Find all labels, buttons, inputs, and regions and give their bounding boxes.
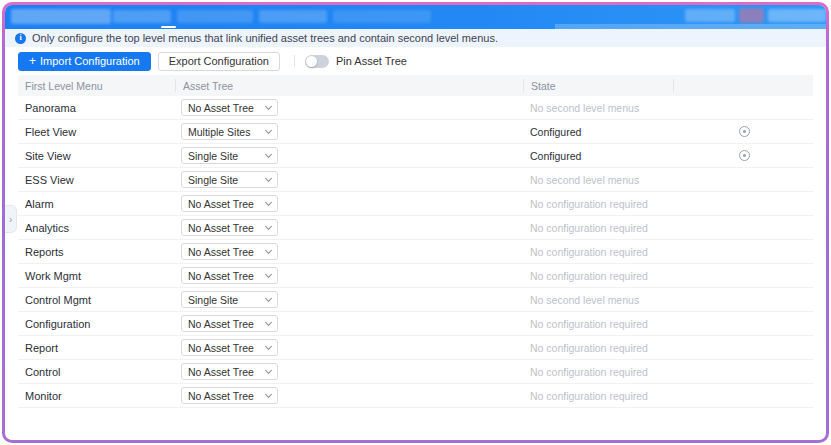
redacted-nav-item[interactable] — [11, 9, 111, 24]
chevron-down-icon — [265, 270, 272, 277]
redacted-nav-item[interactable] — [113, 10, 171, 23]
redacted-nav-item[interactable] — [177, 10, 253, 23]
chevron-down-icon — [265, 246, 272, 253]
asset-tree-value: Single Site — [188, 174, 238, 186]
configure-target-icon[interactable] — [739, 150, 750, 161]
chevron-down-icon — [265, 390, 272, 397]
menu-cell: Analytics — [18, 222, 175, 234]
table-row: Control Mgmt Single Site No second level… — [18, 288, 813, 312]
menu-config-table: First Level Menu Asset Tree State Panora… — [18, 75, 813, 408]
asset-tree-value: No Asset Tree — [188, 390, 254, 402]
asset-tree-value: No Asset Tree — [188, 318, 254, 330]
state-cell: No configuration required — [523, 318, 673, 330]
asset-tree-cell: Single Site — [175, 147, 523, 164]
asset-tree-value: Single Site — [188, 150, 238, 162]
state-cell: No configuration required — [523, 342, 673, 354]
state-cell: No configuration required — [523, 222, 673, 234]
table-row: Work Mgmt No Asset Tree No configuration… — [18, 264, 813, 288]
asset-tree-value: No Asset Tree — [188, 246, 254, 258]
table-row: Panorama No Asset Tree No second level m… — [18, 96, 813, 120]
menu-cell: Alarm — [18, 198, 175, 210]
redacted-avatar[interactable] — [739, 8, 764, 23]
table-row: ESS View Single Site No second level men… — [18, 168, 813, 192]
table-header: First Level Menu Asset Tree State — [18, 75, 813, 96]
table-row: Configuration No Asset Tree No configura… — [18, 312, 813, 336]
import-configuration-button[interactable]: + Import Configuration — [18, 52, 151, 71]
asset-tree-select[interactable]: Multiple Sites — [181, 123, 278, 140]
chevron-down-icon — [265, 318, 272, 325]
state-cell: No second level menus — [523, 102, 673, 114]
col-header-actions — [673, 79, 813, 92]
asset-tree-value: No Asset Tree — [188, 366, 254, 378]
asset-tree-select[interactable]: No Asset Tree — [181, 315, 278, 332]
asset-tree-select[interactable]: No Asset Tree — [181, 339, 278, 356]
asset-tree-cell: Single Site — [175, 171, 523, 188]
state-cell: No configuration required — [523, 270, 673, 282]
pin-asset-tree-toggle[interactable] — [305, 55, 329, 68]
asset-tree-select[interactable]: No Asset Tree — [181, 99, 278, 116]
asset-tree-select[interactable]: No Asset Tree — [181, 219, 278, 236]
info-banner: i Only configure the top level menus tha… — [5, 29, 826, 47]
asset-tree-select[interactable]: Single Site — [181, 147, 278, 164]
asset-tree-select[interactable]: No Asset Tree — [181, 243, 278, 260]
menu-cell: Monitor — [18, 390, 175, 402]
asset-tree-value: No Asset Tree — [188, 198, 254, 210]
table-body: Panorama No Asset Tree No second level m… — [18, 96, 813, 408]
menu-cell: Configuration — [18, 318, 175, 330]
asset-tree-select[interactable]: No Asset Tree — [181, 387, 278, 404]
active-tab-indicator — [161, 26, 176, 29]
asset-tree-cell: Multiple Sites — [175, 123, 523, 140]
state-cell: No second level menus — [523, 174, 673, 186]
col-header-asset-tree: Asset Tree — [175, 79, 523, 92]
table-row: Fleet View Multiple Sites Configured — [18, 120, 813, 144]
table-row: Monitor No Asset Tree No configuration r… — [18, 384, 813, 408]
export-configuration-button[interactable]: Export Configuration — [158, 52, 280, 71]
state-cell: Configured — [523, 126, 673, 138]
asset-tree-cell: No Asset Tree — [175, 315, 523, 332]
asset-tree-value: No Asset Tree — [188, 222, 254, 234]
state-cell: Configured — [523, 150, 673, 162]
redacted-nav-item[interactable] — [259, 10, 327, 23]
asset-tree-cell: No Asset Tree — [175, 363, 523, 380]
asset-tree-select[interactable]: No Asset Tree — [181, 195, 278, 212]
menu-cell: Site View — [18, 150, 175, 162]
asset-tree-cell: No Asset Tree — [175, 99, 523, 116]
asset-tree-value: No Asset Tree — [188, 342, 254, 354]
toolbar-divider — [294, 55, 295, 67]
table-row: Reports No Asset Tree No configuration r… — [18, 240, 813, 264]
import-configuration-label: Import Configuration — [40, 55, 140, 67]
table-row: Analytics No Asset Tree No configuration… — [18, 216, 813, 240]
redacted-toolbar-item[interactable] — [685, 9, 735, 22]
info-banner-text: Only configure the top level menus that … — [32, 32, 498, 44]
asset-tree-select[interactable]: Single Site — [181, 171, 278, 188]
asset-tree-select[interactable]: No Asset Tree — [181, 363, 278, 380]
asset-tree-cell: No Asset Tree — [175, 267, 523, 284]
menu-cell: Work Mgmt — [18, 270, 175, 282]
asset-tree-select[interactable]: Single Site — [181, 291, 278, 308]
chevron-down-icon — [265, 342, 272, 349]
menu-cell: Fleet View — [18, 126, 175, 138]
top-nav-bar — [5, 5, 826, 29]
chevron-down-icon — [265, 150, 272, 157]
configure-target-icon[interactable] — [739, 126, 750, 137]
asset-tree-cell: No Asset Tree — [175, 339, 523, 356]
asset-tree-select[interactable]: No Asset Tree — [181, 267, 278, 284]
left-panel-expander[interactable]: › — [5, 205, 17, 233]
menu-cell: Reports — [18, 246, 175, 258]
redacted-nav-item[interactable] — [333, 10, 431, 23]
menu-cell: Control — [18, 366, 175, 378]
redacted-toolbar-item[interactable] — [768, 9, 826, 22]
asset-tree-cell: No Asset Tree — [175, 195, 523, 212]
menu-cell: Control Mgmt — [18, 294, 175, 306]
row-action — [673, 126, 813, 137]
row-action — [673, 150, 813, 161]
chevron-down-icon — [265, 126, 272, 133]
chevron-down-icon — [265, 174, 272, 181]
toolbar: + Import Configuration Export Configurat… — [5, 47, 826, 75]
asset-tree-value: No Asset Tree — [188, 102, 254, 114]
chevron-down-icon — [265, 102, 272, 109]
state-cell: No configuration required — [523, 246, 673, 258]
col-header-first-level-menu: First Level Menu — [18, 79, 175, 92]
state-cell: No configuration required — [523, 366, 673, 378]
export-configuration-label: Export Configuration — [169, 55, 269, 67]
